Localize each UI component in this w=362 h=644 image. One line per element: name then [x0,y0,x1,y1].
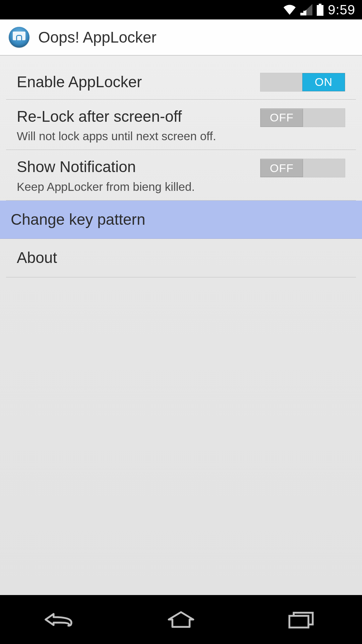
setting-enable-applocker[interactable]: Enable AppLocker ON [6,65,356,100]
wifi-icon [283,4,296,15]
setting-subtitle: Will not lock apps until next screen off… [17,129,260,143]
toggle-off-label: OFF [270,162,294,175]
svg-rect-1 [303,11,306,15]
svg-rect-2 [319,4,321,5]
setting-about[interactable]: About [6,239,356,277]
status-time: 9:59 [328,2,355,17]
toggle-off-label: OFF [270,111,294,124]
cell-signal-icon [300,4,312,15]
setting-title: Enable AppLocker [17,72,260,92]
nav-home-button[interactable] [161,607,201,632]
app-title: Oops! AppLocker [38,28,157,46]
setting-relock-after-screen-off[interactable]: Re-Lock after screen-off Will not lock a… [6,100,356,150]
setting-title: Show Notification [17,157,260,177]
battery-icon [316,4,324,16]
setting-show-notification[interactable]: Show Notification Keep AppLocker from bi… [6,150,356,201]
navigation-bar [0,595,362,644]
svg-rect-4 [289,616,308,628]
svg-rect-0 [300,13,303,15]
status-bar: 9:59 [0,0,362,19]
action-bar: Oops! AppLocker [0,19,362,56]
toggle-enable-applocker[interactable]: ON [260,73,345,92]
setting-subtitle: Keep AppLocker from bieng killed. [17,180,260,194]
svg-rect-3 [317,5,323,16]
toggle-on-label: ON [315,75,333,89]
settings-list: Enable AppLocker ON Re-Lock after screen… [0,56,362,595]
nav-back-button[interactable] [40,607,80,632]
toggle-show-notification[interactable]: OFF [260,159,345,177]
setting-title: Change key pattern [11,210,351,229]
setting-change-key-pattern[interactable]: Change key pattern [0,201,362,239]
setting-title: Re-Lock after screen-off [17,107,260,126]
toggle-relock[interactable]: OFF [260,108,345,127]
app-icon [9,27,29,48]
setting-title: About [17,248,345,268]
nav-recents-button[interactable] [282,607,322,632]
